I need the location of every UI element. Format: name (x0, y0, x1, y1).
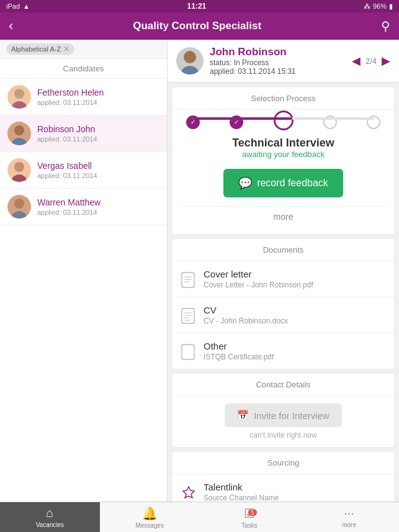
tab-vacancies[interactable]: ⌂ Vacancies (0, 502, 100, 532)
page-title: Quality Control Specialist (133, 20, 261, 32)
sourcing-item[interactable]: Talentlink Source Channel Name (173, 474, 394, 502)
prev-candidate-button[interactable]: ◀ (352, 54, 361, 68)
sourcing-icon (181, 485, 196, 500)
more-button[interactable]: more (180, 206, 387, 227)
next-candidate-button[interactable]: ▶ (382, 54, 390, 68)
document-item[interactable]: Cover letter Cover Letter - John Robinso… (173, 261, 394, 297)
progress-bar-container: ✓ ✓ (180, 117, 387, 130)
tab-more-label: more (342, 521, 356, 528)
list-item[interactable]: Warren Matthew applied: 03.11.2014 (0, 189, 167, 225)
contact-details-section: Contact Details 📅 Invite for Interview c… (173, 374, 394, 447)
wifi-icon: ▲ (23, 2, 30, 10)
document-name: CV (204, 305, 288, 315)
candidate-date: applied: 03.11.2014 (37, 209, 159, 216)
contact-details-title: Contact Details (173, 374, 394, 396)
document-filename: Cover Letter - John Robinson.pdf (204, 281, 313, 289)
sourcing-info: Talentlink Source Channel Name (204, 482, 279, 502)
list-item[interactable]: Fetherston Helen applied: 03.11.2014 (0, 79, 167, 115)
candidate-info: Robinson John applied: 03.11.2014 (37, 124, 159, 143)
candidate-name: Fetherston Helen (37, 88, 159, 97)
documents-section: Documents Cover letter Cover Letter - Jo… (173, 239, 394, 369)
progress-track (192, 117, 374, 120)
avatar (176, 47, 204, 74)
svg-point-6 (14, 199, 24, 209)
candidate-header: John Robinson status: In Process applied… (168, 40, 399, 83)
battery-level: 96% (373, 2, 387, 10)
candidate-name: Warren Matthew (37, 197, 159, 207)
list-item[interactable]: Robinson John applied: 03.11.2014 (0, 115, 167, 152)
tab-messages[interactable]: 🔔 Messages (100, 502, 200, 532)
svg-point-2 (14, 125, 24, 135)
svg-point-3 (12, 138, 27, 145)
invite-button[interactable]: 📅 Invite for Interview (225, 404, 342, 427)
document-info: CV CV - John Robinson.docx (204, 305, 288, 325)
battery-icon: ▮ (389, 2, 393, 11)
interview-subtitle: awaiting your feedback (180, 150, 387, 159)
filter-icon[interactable]: ⚲ (381, 19, 390, 34)
svg-rect-10 (182, 273, 194, 287)
more-icon: ··· (344, 506, 354, 520)
avatar (7, 158, 31, 182)
svg-point-8 (184, 51, 196, 63)
document-info: Other ISTQB Certificate.pdf (204, 341, 274, 361)
left-panel: Alphabetical A-Z ✕ Candidates Fetherston… (0, 40, 168, 502)
candidate-info: Warren Matthew applied: 03.11.2014 (37, 197, 159, 216)
candidate-applied: applied: 03.11.2014 15:31 (210, 67, 296, 76)
document-info: Cover letter Cover Letter - John Robinso… (204, 269, 313, 289)
candidate-info: Fetherston Helen applied: 03.11.2014 (37, 88, 159, 106)
progress-fill (192, 117, 292, 120)
candidate-name: Robinson John (37, 124, 159, 134)
candidate-full-name: John Robinson (210, 46, 296, 58)
tab-tasks[interactable]: ☑ 5 Tasks (200, 502, 300, 532)
back-button[interactable]: ‹ (9, 18, 13, 34)
bell-icon: 🔔 (142, 506, 158, 521)
candidate-date: applied: 03.11.2014 (37, 99, 159, 106)
document-icon (181, 308, 196, 323)
filter-tag-remove[interactable]: ✕ (63, 45, 69, 53)
candidate-nav: ◀ 2/4 ▶ (352, 54, 390, 68)
device-label: iPad (6, 2, 20, 10)
candidate-info: Vergas Isabell applied: 03.11.2014 (37, 161, 159, 179)
svg-point-4 (14, 162, 24, 172)
list-item[interactable]: Vergas Isabell applied: 03.11.2014 (0, 152, 167, 189)
status-bar-time: 11:21 (187, 2, 207, 11)
right-panel: John Robinson status: In Process applied… (168, 40, 399, 502)
nav-position: 2/4 (365, 56, 377, 66)
svg-point-5 (12, 174, 27, 182)
document-icon (181, 344, 196, 359)
document-item[interactable]: CV CV - John Robinson.docx (173, 297, 394, 333)
candidate-date: applied: 03.11.2014 (37, 172, 159, 179)
svg-rect-19 (182, 345, 194, 359)
svg-point-1 (12, 101, 27, 109)
tab-vacancies-label: Vacancies (36, 521, 64, 528)
tasks-badge: 5 (248, 509, 257, 516)
candidate-name: Vergas Isabell (37, 161, 159, 171)
status-bar-right: ⁂ 96% ▮ (364, 2, 393, 11)
filter-tag-pill[interactable]: Alphabetical A-Z ✕ (6, 43, 74, 55)
candidate-header-left: John Robinson status: In Process applied… (176, 46, 296, 76)
tab-bar: ⌂ Vacancies 🔔 Messages ☑ 5 Tasks ··· mor… (0, 502, 399, 532)
main-layout: Alphabetical A-Z ✕ Candidates Fetherston… (0, 40, 399, 502)
sourcing-title: Sourcing (173, 452, 394, 474)
document-filename: ISTQB Certificate.pdf (204, 353, 274, 361)
invite-label: Invite for Interview (254, 410, 330, 421)
tab-messages-label: Messages (135, 522, 164, 529)
app-header: ‹ Quality Control Specialist ⚲ (0, 12, 399, 40)
bluetooth-icon: ⁂ (364, 2, 370, 11)
sourcing-name: Talentlink (204, 482, 279, 492)
steps-row: ✓ ✓ (186, 114, 380, 130)
document-filename: CV - John Robinson.docx (204, 317, 288, 325)
step-3[interactable] (274, 110, 294, 130)
selection-process-title: Selection Process (173, 88, 394, 110)
interview-title: Technical Interview (180, 137, 387, 150)
document-icon (181, 272, 196, 287)
documents-title: Documents (173, 239, 394, 261)
candidate-date: applied: 03.11.2014 (37, 135, 159, 143)
record-feedback-label: record feedback (257, 178, 328, 189)
feedback-icon: 💬 (238, 176, 252, 190)
calendar-icon: 📅 (237, 410, 249, 421)
tab-more[interactable]: ··· more (299, 502, 399, 532)
record-feedback-button[interactable]: 💬 record feedback (223, 169, 343, 197)
status-bar: iPad ▲ 11:21 ⁂ 96% ▮ (0, 0, 399, 12)
document-item[interactable]: Other ISTQB Certificate.pdf (173, 333, 394, 369)
